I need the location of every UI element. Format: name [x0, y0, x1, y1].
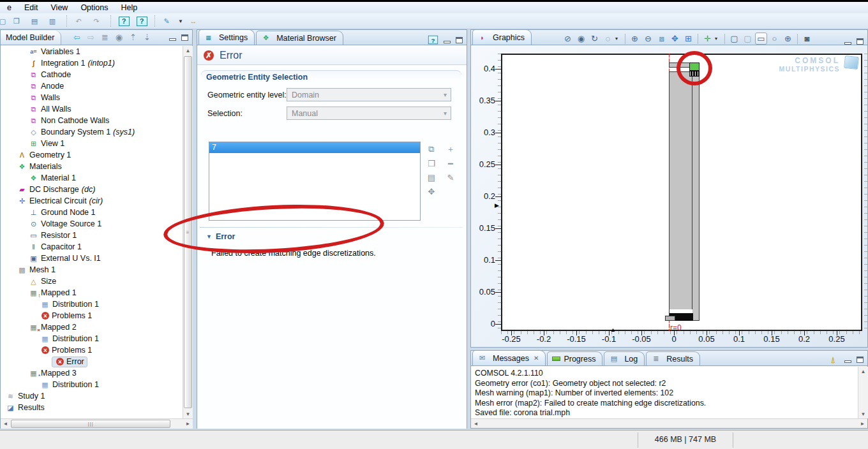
show-object-icon[interactable]: ◉: [575, 33, 587, 45]
move-up-icon[interactable]: ⇡: [126, 32, 139, 43]
zoom-box-icon[interactable]: ⧈: [655, 33, 668, 45]
paste-selection-icon[interactable]: ❒: [424, 157, 438, 170]
forward-icon[interactable]: ⇨: [84, 32, 97, 43]
tab-graphics[interactable]: ◗ Graphics: [472, 29, 532, 45]
zoom-selected-icon[interactable]: ✥: [669, 33, 681, 45]
tree-item-distribution-1[interactable]: ▦Distribution 1: [1, 298, 182, 310]
tree-item-walls[interactable]: ⧉Walls: [1, 92, 182, 103]
tab-settings[interactable]: ▦ Settings: [198, 29, 255, 45]
tree-item-external-u-vs-i1[interactable]: ▣External U Vs. I1: [1, 253, 182, 264]
messages-vertical-scrollbar[interactable]: ▲ ▼: [858, 367, 868, 418]
show-options-icon[interactable]: ◉: [112, 32, 125, 43]
tree-item-distribution-1[interactable]: ▦Distribution 1: [1, 379, 182, 390]
tree-item-mapped-2[interactable]: ▦×Mapped 2: [1, 321, 182, 333]
rectangle-select-icon[interactable]: ▭: [755, 33, 767, 45]
tree-item-distribution-1[interactable]: ▦Distribution 1: [1, 333, 182, 344]
tree-item-error[interactable]: ×Error: [1, 356, 182, 367]
tab-results[interactable]: ≣Results: [646, 351, 700, 365]
tab-progress[interactable]: Progress: [547, 351, 602, 365]
back-icon[interactable]: ⇦: [70, 32, 83, 43]
tab-log[interactable]: ▤Log: [604, 351, 645, 365]
context-help-icon[interactable]: ?: [134, 15, 149, 27]
reset-view-icon[interactable]: ↻: [588, 33, 601, 45]
dropdown-caret-icon[interactable]: ▾: [715, 36, 721, 41]
remove-from-selection-icon[interactable]: ━: [444, 157, 458, 170]
tree-horizontal-scrollbar[interactable]: ◄ ||| ►: [1, 418, 193, 429]
selection-list[interactable]: 7: [209, 142, 421, 221]
add-select-icon[interactable]: ⊕: [782, 33, 794, 45]
tree-item-capacitor-1[interactable]: ‖Capacitor 1: [1, 241, 182, 253]
open-file-icon[interactable]: ❒: [10, 15, 26, 27]
copy-to-clipboard-icon[interactable]: ▤: [424, 171, 438, 184]
snapshot-icon[interactable]: ◙: [801, 33, 813, 45]
tree-item-mapped-3[interactable]: ▦*Mapped 3: [1, 367, 182, 379]
error-section-header[interactable]: ▼ Error: [206, 232, 236, 241]
tree-item-anode[interactable]: ⧉Anode: [1, 80, 182, 92]
undo-icon[interactable]: ↶: [72, 15, 87, 27]
graphics-canvas[interactable]: 0.40.350.30.250.20.150.10.050-0.25-0.2-0…: [471, 45, 867, 347]
dropdown-caret-icon[interactable]: ▼: [178, 18, 184, 24]
tree-item-variables-1[interactable]: a=Variables 1: [1, 46, 182, 57]
selected-domain-highlight[interactable]: [689, 63, 700, 71]
new-file-icon[interactable]: ▢: [0, 15, 8, 27]
tree-item-electrical-circuit[interactable]: ✢Electrical Circuit(cir): [1, 195, 182, 207]
file-menu-partial[interactable]: e: [1, 3, 17, 13]
minimize-icon[interactable]: [444, 41, 451, 43]
measure-icon[interactable]: ↔: [187, 15, 202, 27]
geometric-entity-level-select[interactable]: Domain: [287, 88, 451, 101]
clear-selection-icon[interactable]: ✎: [444, 171, 458, 184]
tree-item-voltage-source-1[interactable]: ⊙Voltage Source 1: [1, 218, 182, 230]
tree-item-study-1[interactable]: ≋Study 1: [1, 390, 182, 402]
minimize-icon[interactable]: [844, 42, 851, 45]
zoom-extents-icon[interactable]: ⊞: [682, 33, 694, 45]
selection-select[interactable]: Manual: [287, 107, 451, 120]
save-icon[interactable]: ▤: [28, 15, 43, 27]
menu-edit[interactable]: Edit: [19, 3, 44, 13]
minimize-icon[interactable]: [169, 38, 176, 41]
add-to-selection-icon[interactable]: ＋: [444, 143, 458, 156]
tree-item-non-cathode-walls[interactable]: ⧉Non Cathode Walls: [1, 115, 182, 126]
dynamic-help-icon[interactable]: ?: [428, 36, 438, 45]
tree-item-ground-node-1[interactable]: ⊥Ground Node 1: [1, 207, 182, 218]
tree-item-problems-1[interactable]: ×Problems 1: [1, 344, 182, 356]
tab-messages[interactable]: ✉Messages✕: [472, 350, 546, 365]
redo-icon[interactable]: ↷: [90, 15, 105, 27]
zoom-out-icon[interactable]: ⊖: [642, 33, 654, 45]
ellipse-select-icon[interactable]: ○: [768, 33, 781, 45]
messages-log[interactable]: COMSOL 4.2.1.110Geometry error (co1): Ge…: [471, 367, 857, 418]
menu-view[interactable]: View: [45, 3, 74, 13]
axis-orientation-icon[interactable]: ✛: [701, 33, 714, 45]
tree-item-mapped-1[interactable]: ▦!Mapped 1: [1, 287, 182, 298]
create-selection-icon[interactable]: ⧉: [424, 143, 438, 156]
tree-item-material-1[interactable]: ❖Material 1: [1, 172, 182, 184]
tree-item-dc-discharge[interactable]: ▰DC Discharge(dc): [1, 184, 182, 195]
hide-object-icon[interactable]: ⊘: [562, 33, 574, 45]
view-options-icon[interactable]: ◌: [602, 33, 614, 45]
tree-item-all-walls[interactable]: ⧉All Walls: [1, 103, 182, 115]
maximize-icon[interactable]: [456, 37, 463, 43]
minimize-icon[interactable]: [844, 360, 851, 363]
help-icon[interactable]: ?: [116, 15, 131, 27]
maximize-icon[interactable]: [857, 38, 864, 45]
tree-item-geometry-1[interactable]: ΛGeometry 1: [1, 149, 182, 161]
selection-list-item[interactable]: 7: [209, 142, 420, 153]
geometry-main-column[interactable]: [669, 71, 700, 321]
tree-vertical-scrollbar[interactable]: ▲ ≡ ▼: [183, 46, 193, 418]
messages-horizontal-scrollbar[interactable]: ◄ ►: [471, 418, 867, 428]
zoom-in-icon[interactable]: ⊕: [629, 33, 641, 45]
tree-item-view-1[interactable]: ⊞View 1: [1, 138, 182, 149]
tree-item-cathode[interactable]: ⧉Cathode: [1, 69, 182, 80]
tree-item-materials[interactable]: ❖Materials: [1, 161, 182, 172]
tree-item-results[interactable]: ◪Results: [1, 402, 182, 413]
zoom-to-selection-icon[interactable]: ✥: [424, 185, 438, 198]
tree-item-mesh-1[interactable]: ▩Mesh 1: [1, 264, 182, 276]
tab-material-browser[interactable]: ❖ Material Browser: [256, 31, 343, 45]
close-tab-icon[interactable]: ✕: [534, 355, 539, 362]
tree-item-size[interactable]: △Size: [1, 276, 182, 287]
maximize-icon[interactable]: [181, 34, 188, 41]
menu-options[interactable]: Options: [75, 3, 114, 13]
menu-help[interactable]: Help: [115, 3, 143, 13]
collapse-all-icon[interactable]: ≣: [98, 32, 111, 43]
dropdown-caret-icon[interactable]: ▾: [615, 36, 622, 41]
deselect-icon[interactable]: ▢: [742, 33, 754, 45]
